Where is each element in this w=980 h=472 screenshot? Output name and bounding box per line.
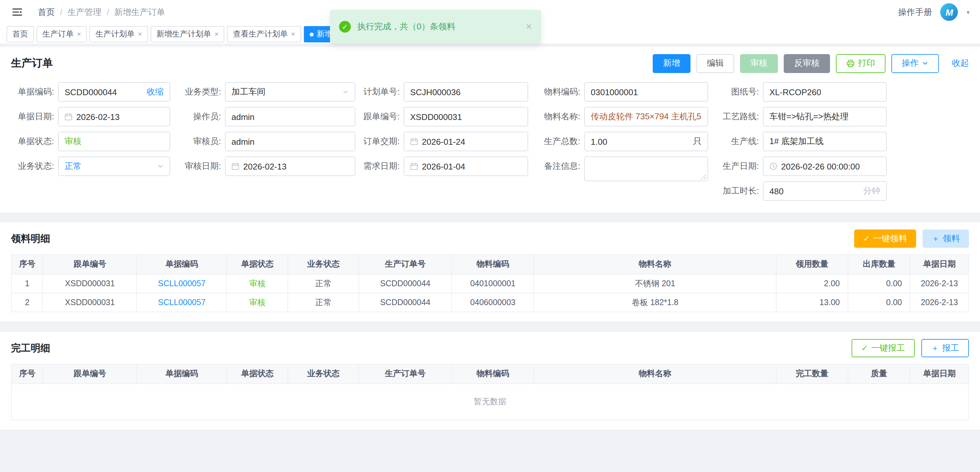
table-row[interactable]: 1XSDD000031SCLL000057审核正常SCDD00004404010… <box>11 274 969 293</box>
add-button[interactable]: 新增 <box>653 54 690 73</box>
close-icon[interactable]: × <box>138 31 142 38</box>
form-column: 物料编码: 0301000001 物料名称: 传动皮轮件 735×794 主机孔… <box>528 82 708 206</box>
table-header-row: 序号跟单编号单据编码单据状态业务状态生产订单号物料编码物料名称领用数量出库数量单… <box>11 254 969 274</box>
collapse-panel-link[interactable]: 收起 <box>952 57 969 69</box>
audit-date-input[interactable]: 2026-02-13 <box>225 156 355 176</box>
tab-add-production-plan[interactable]: 新增生产计划单× <box>151 26 224 42</box>
field-value: 2026-02-13 <box>76 112 120 122</box>
field-value: 1# 底架加工线 <box>769 136 824 147</box>
biz-status-select[interactable]: 正常 <box>58 156 170 176</box>
shrink-link[interactable]: 收缩 <box>147 86 164 98</box>
remark-textarea[interactable] <box>584 156 708 181</box>
field-value: admin <box>231 137 255 146</box>
delivery-date-input[interactable]: 2026-01-24 <box>404 132 528 151</box>
report-button[interactable]: ＋ 报工 <box>921 339 969 357</box>
column-header: 单据编码 <box>137 364 227 384</box>
material-section-header: 领料明细 ✓ 一键领料 ＋ 领料 <box>11 229 969 248</box>
field-value: 0301000001 <box>591 87 638 97</box>
material-section-title: 领料明细 <box>11 232 50 245</box>
field-value: admin <box>231 112 255 122</box>
column-header: 物料编码 <box>452 364 534 384</box>
avatar[interactable]: M <box>940 3 958 21</box>
print-button[interactable]: 打印 <box>836 54 885 73</box>
production-date-input[interactable]: 2026-02-26 00:00:00 <box>763 156 887 176</box>
table-cell: 0406000003 <box>452 293 534 312</box>
pick-button[interactable]: ＋ 领料 <box>923 229 969 248</box>
close-icon[interactable]: × <box>77 31 81 38</box>
print-label: 打印 <box>858 57 875 69</box>
toast-close-icon[interactable]: ✕ <box>525 22 532 31</box>
table-cell: 审核 <box>227 274 288 293</box>
material-name-input[interactable]: 传动皮轮件 735×794 主机孔54 <box>584 107 708 127</box>
table-row[interactable]: 2XSDD000031SCLL000057审核正常SCDD00004404060… <box>11 293 969 312</box>
column-header: 完工数量 <box>776 364 848 384</box>
breadcrumb-section[interactable]: 生产管理 <box>67 6 102 18</box>
biz-type-select[interactable]: 加工车间 <box>225 82 355 102</box>
document-code-link[interactable]: SCLL000057 <box>137 274 227 293</box>
completion-table: 序号跟单编号单据编码单据状态业务状态生产订单号物料编码物料名称完工数量质量单据日… <box>11 364 969 421</box>
quick-report-button[interactable]: ✓ 一键报工 <box>851 339 915 357</box>
column-header: 单据状态 <box>227 254 288 274</box>
tracking-no-input[interactable]: XSDD000031 <box>404 107 528 127</box>
breadcrumb-separator: / <box>60 7 62 17</box>
tab-label: 新增生产计划单 <box>156 29 211 40</box>
resize-grip[interactable] <box>700 173 706 179</box>
drawing-no-input[interactable]: XL-RCOP260 <box>763 82 887 102</box>
field-label: 图纸号: <box>708 82 763 102</box>
action-dropdown-button[interactable]: 操作 <box>891 54 939 73</box>
tab-production-plan[interactable]: 生产计划单× <box>90 26 148 42</box>
field-label: 单据状态: <box>11 132 58 151</box>
field-label: 生产总数: <box>528 132 584 151</box>
chevron-down-icon[interactable]: ▾ <box>967 9 970 15</box>
material-code-input[interactable]: 0301000001 <box>584 82 708 102</box>
plus-icon: ＋ <box>931 344 939 352</box>
order-code-input[interactable]: SCDD000044 收缩 <box>58 82 170 102</box>
table-cell: 13.00 <box>776 293 848 312</box>
manual-link[interactable]: 操作手册 <box>898 6 932 18</box>
column-header: 物料编码 <box>452 254 534 274</box>
form-column: 单据编码: SCDD000044 收缩 单据日期: 2026-02-13 单据状… <box>11 82 170 206</box>
table-cell: SCDD000044 <box>359 293 452 312</box>
edit-button[interactable]: 编辑 <box>696 54 734 73</box>
plan-no-input[interactable]: SCJH000036 <box>404 82 528 102</box>
audit-button[interactable]: 审核 <box>740 54 778 73</box>
field-value: 2026-02-13 <box>243 161 286 171</box>
collapse-menu-icon[interactable] <box>10 6 24 19</box>
production-line-input[interactable]: 1# 底架加工线 <box>763 132 887 151</box>
field-value: 2026-01-04 <box>422 161 465 171</box>
breadcrumb-home[interactable]: 首页 <box>38 6 55 18</box>
app-root: 首页 / 生产管理 / 新增生产订单 操作手册 M ▾ 首页 生产订单× 生产计… <box>0 0 980 472</box>
quick-pick-button[interactable]: ✓ 一键领料 <box>854 229 916 248</box>
unaudit-button[interactable]: 反审核 <box>784 54 830 73</box>
order-date-input[interactable]: 2026-02-13 <box>58 107 170 127</box>
chevron-down-icon <box>922 60 929 67</box>
form-column: 业务类型: 加工车间 操作员: admin 审核员: admin <box>170 82 355 206</box>
material-section: 领料明细 ✓ 一键领料 ＋ 领料 序号跟单编号单据编码单据状态业务状态生产订单号… <box>0 222 980 321</box>
order-card: 生产订单 新增 编辑 审核 反审核 打印 操作 收起 <box>0 47 980 213</box>
tab-home[interactable]: 首页 <box>6 26 34 42</box>
close-icon[interactable]: × <box>291 31 295 38</box>
tab-label: 查看生产计划单 <box>233 29 288 40</box>
total-qty-input[interactable]: 1.00 只 <box>584 132 708 151</box>
printer-icon <box>846 59 855 67</box>
route-input[interactable]: 车钳=>钻孔=>热处理 <box>763 107 887 127</box>
field-value: 1.00 <box>591 137 608 146</box>
order-status-input[interactable]: 审核 <box>58 132 170 151</box>
duration-input[interactable]: 480 分钟 <box>763 181 887 201</box>
table-cell: 卷板 182*1.8 <box>534 293 776 312</box>
pick-label: 领料 <box>943 233 960 245</box>
table-cell: 不锈钢 201 <box>534 274 776 293</box>
close-icon[interactable]: × <box>215 31 219 38</box>
tab-label: 生产计划单 <box>95 29 135 40</box>
tab-production-order[interactable]: 生产订单× <box>37 26 87 42</box>
tab-view-production-plan[interactable]: 查看生产计划单× <box>227 26 301 42</box>
table-header-row: 序号跟单编号单据编码单据状态业务状态生产订单号物料编码物料名称完工数量质量单据日… <box>11 364 969 384</box>
operator-input[interactable]: admin <box>225 107 355 127</box>
demand-date-input[interactable]: 2026-01-04 <box>404 156 528 176</box>
field-value: 2026-02-26 00:00:00 <box>781 161 860 171</box>
completion-section-buttons: ✓ 一键报工 ＋ 报工 <box>851 339 969 357</box>
document-code-link[interactable]: SCLL000057 <box>137 293 227 312</box>
unit-suffix: 只 <box>693 136 702 147</box>
column-header: 跟单编号 <box>43 254 137 274</box>
auditor-input[interactable]: admin <box>225 132 355 151</box>
